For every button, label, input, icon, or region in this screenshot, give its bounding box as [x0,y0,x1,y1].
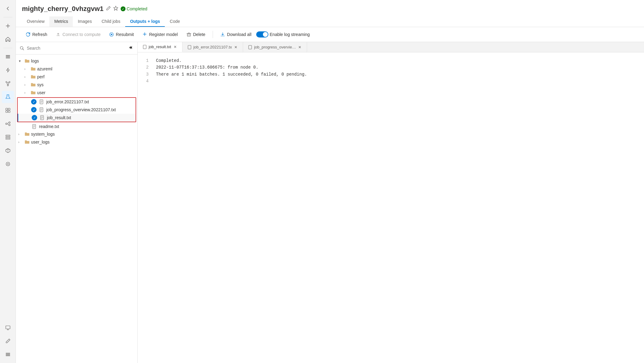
sidebar-icon-pen[interactable] [2,335,14,347]
editor-tab-error[interactable]: job_error.20221107.tx ✕ [182,42,243,52]
folder-icon [24,131,30,137]
status-badge: ✓ Completed [121,6,147,11]
tree-file-readme[interactable]: readme.txt [16,123,137,130]
sidebar-icon-home[interactable] [2,33,14,45]
svg-line-20 [7,123,9,123]
tree-file-job-error[interactable]: ✓ job_error.20221107.txt [18,98,136,106]
sidebar-icon-modules[interactable] [2,104,14,116]
editor-content: 1Completed.22022-11-07T16:37:13.606675: … [138,52,644,363]
sidebar-icon-cube[interactable] [2,144,14,157]
download-icon [220,32,225,37]
tab-code[interactable]: Code [165,16,185,27]
tab-images[interactable]: Images [73,16,97,27]
tree-file-job-error-label: job_error.20221107.txt [46,99,89,104]
tree-folder-logs[interactable]: ▼ logs [16,57,137,65]
chevron-right-icon: › [18,141,23,144]
tab-metrics[interactable]: Metrics [49,16,73,27]
tree-folder-azureml[interactable]: › azureml [16,65,137,73]
file-icon [39,107,44,112]
register-button[interactable]: Register model [139,30,181,39]
connect-button[interactable]: Connect to compute [52,30,104,39]
download-label: Download all [227,32,251,37]
resubmit-label: Resubmit [116,32,134,37]
check-icon: ✓ [31,99,37,105]
sidebar-icon-endpoints[interactable] [2,158,14,170]
chevron-down-icon: ▼ [18,59,23,63]
folder-icon [30,82,36,87]
tree-file-job-result[interactable]: ✓ job_result.txt [18,114,136,122]
sidebar-icon-monitor[interactable] [2,322,14,334]
tree-folder-user-logs[interactable]: › user_logs [16,138,137,146]
line-number: 2 [143,64,149,71]
sidebar [0,0,16,363]
connect-icon [56,32,61,37]
tab-outputs[interactable]: Outputs + logs [125,16,165,27]
svg-line-44 [23,49,24,50]
toolbar-separator [213,31,213,38]
svg-rect-23 [6,137,10,138]
sidebar-icon-experiment[interactable] [2,91,14,103]
edit-icon[interactable] [106,6,111,12]
tab-overview[interactable]: Overview [22,16,49,27]
resubmit-button[interactable]: Resubmit [105,30,137,39]
tree-folder-sys[interactable]: › sys [16,81,137,89]
search-input[interactable] [27,46,124,51]
status-dot: ✓ [121,6,126,11]
tree-folder-system-logs[interactable]: › system_logs [16,130,137,138]
editor-tab-progress[interactable]: job_progress_overvie… ✕ [243,42,307,52]
tree-folder-user[interactable]: › user [16,89,137,97]
editor-tab-error-label: job_error.20221107.tx [193,45,232,49]
editor-tab-result[interactable]: job_result.txt ✕ [138,42,182,52]
svg-rect-15 [6,111,8,112]
svg-rect-16 [8,111,10,112]
tab-childjobs[interactable]: Child jobs [97,16,125,27]
favorite-icon[interactable] [113,6,118,12]
page-title: mighty_cherry_0vhzgvw1 [22,5,104,13]
tree-file-job-progress[interactable]: ✓ job_progress_overview.20221107.txt [18,106,136,114]
sidebar-icon-network[interactable] [2,77,14,90]
page-header: mighty_cherry_0vhzgvw1 ✓ Completed Overv… [16,0,644,27]
sidebar-icon-list[interactable] [2,51,14,63]
folder-icon [30,90,36,95]
file-icon [39,99,44,104]
svg-point-28 [7,163,9,165]
svg-rect-33 [6,354,10,355]
tree-folder-perf-label: perf [37,74,44,79]
tree-file-job-result-label: job_result.txt [47,115,71,120]
code-line: 4 [143,78,639,84]
download-button[interactable]: Download all [217,30,255,39]
svg-point-6 [6,81,7,83]
refresh-button[interactable]: Refresh [22,30,51,39]
status-text: Completed [127,6,147,11]
close-tab-progress[interactable]: ✕ [298,45,302,49]
svg-line-21 [7,124,9,125]
sidebar-icon-back[interactable] [2,2,14,15]
svg-rect-3 [6,56,10,57]
tree-folder-logs-label: logs [31,59,39,63]
file-tab-icon [187,45,192,49]
sidebar-icon-pipeline[interactable] [2,118,14,130]
editor-tabs: job_result.txt ✕ job_error.20221107.tx ✕… [138,42,644,52]
refresh-label: Refresh [32,32,47,37]
code-line: 22022-11-07T16:37:13.606675: from node 0… [143,64,639,71]
sidebar-icon-settings[interactable] [2,348,14,361]
svg-rect-4 [6,58,10,58]
line-number: 4 [143,78,149,84]
sidebar-icon-add[interactable] [2,20,14,32]
line-content: There are 1 mini batches. 1 succeeded, 0… [156,71,307,78]
connect-label: Connect to compute [62,32,101,37]
svg-point-17 [5,123,7,125]
svg-rect-61 [143,45,146,49]
sidebar-divider-2 [3,48,12,48]
tree-folder-perf[interactable]: › perf [16,73,137,81]
tree-file-readme-label: readme.txt [39,124,59,129]
close-tab-result[interactable]: ✕ [173,45,177,49]
svg-rect-22 [6,135,10,136]
sidebar-icon-bolt[interactable] [2,64,14,76]
delete-button[interactable]: Delete [183,30,209,39]
close-tab-error[interactable]: ✕ [234,45,238,49]
collapse-button[interactable] [126,44,134,52]
svg-point-5 [7,83,9,84]
sidebar-icon-data[interactable] [2,131,14,143]
log-streaming-toggle[interactable] [256,31,268,37]
